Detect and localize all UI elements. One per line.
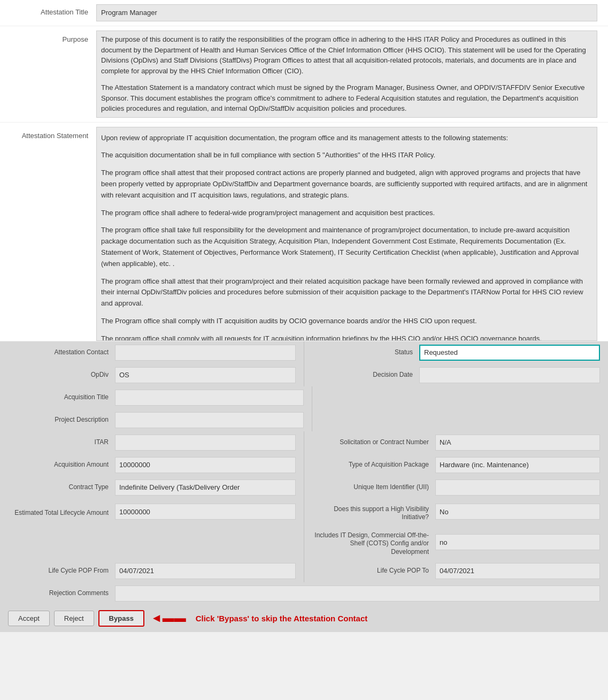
stmt-para-2: The acquisition documentation shall be i…	[101, 150, 592, 161]
opdiv-row: OpDiv	[0, 364, 304, 386]
project-description-label: Project Description	[8, 412, 115, 424]
attestation-title-row: Attestation Title Program Manager	[0, 0, 608, 26]
estimated-lifecycle-row: Estimated Total Lifecycle Amount	[0, 499, 304, 525]
purpose-row: Purpose The purpose of this document is …	[0, 26, 608, 123]
bottom-row-1: Attestation Contact Status	[0, 341, 608, 364]
solicitation-row: Solicitation or Contract Number	[304, 431, 608, 454]
contract-type-row: Contract Type	[0, 476, 304, 499]
bottom-row-3: Acquisition Title	[0, 386, 608, 409]
attestation-statement-row: Attestation Statement Upon review of app…	[0, 123, 608, 341]
contract-type-label: Contract Type	[8, 480, 115, 492]
attestation-title-value: Program Manager	[96, 4, 597, 21]
attestation-contact-input[interactable]	[115, 345, 296, 361]
type-acquisition-label: Type of Acquisition Package	[312, 457, 435, 469]
purpose-label: Purpose	[11, 31, 96, 44]
attestation-statement-box[interactable]: Upon review of appropriate IT acquisitio…	[96, 127, 597, 341]
lifecycle-from-label: Life Cycle POP From	[8, 563, 115, 575]
stmt-para-5: The program office shall take full respo…	[101, 225, 592, 269]
bypass-button[interactable]: Bypass	[98, 610, 144, 627]
bottom-row-2: OpDiv Decision Date	[0, 364, 608, 386]
decision-date-input[interactable]	[419, 367, 600, 383]
unique-item-label: Unique Item Identifier (UII)	[312, 480, 435, 492]
decision-date-label: Decision Date	[312, 367, 419, 379]
bottom-row-4: Project Description	[0, 409, 608, 431]
decision-date-row: Decision Date	[304, 364, 608, 386]
purpose-value: The purpose of this document is to ratif…	[96, 31, 597, 118]
rejection-comments-input[interactable]	[115, 585, 600, 602]
left-arrow-icon: ◄▬▬	[151, 611, 186, 625]
lifecycle-to-input[interactable]	[435, 563, 600, 579]
stmt-para-3: The program office shall attest that the…	[101, 168, 592, 201]
reject-button[interactable]: Reject	[54, 611, 94, 626]
bottom-row-7: Contract Type Unique Item Identifier (UI…	[0, 476, 608, 499]
purpose-para-1: The purpose of this document is to ratif…	[101, 34, 592, 76]
rejection-comments-label: Rejection Comments	[8, 585, 115, 598]
type-acquisition-row: Type of Acquisition Package	[304, 454, 608, 476]
lifecycle-from-input[interactable]	[115, 563, 296, 579]
type-acquisition-input[interactable]	[435, 457, 600, 473]
solicitation-input[interactable]	[435, 435, 600, 451]
unique-item-row: Unique Item Identifier (UII)	[304, 476, 608, 499]
acquisition-title-label: Acquisition Title	[8, 390, 115, 402]
unique-item-input[interactable]	[435, 480, 600, 496]
solicitation-label: Solicitation or Contract Number	[312, 435, 435, 447]
lifecycle-to-row: Life Cycle POP To	[304, 560, 608, 582]
high-visibility-label: Does this support a High Visibility Init…	[312, 502, 435, 522]
rejection-comments-row: Rejection Comments	[0, 582, 608, 605]
opdiv-input[interactable]	[115, 367, 296, 383]
empty-left-9	[0, 525, 304, 560]
attestation-statement-wrapper: Upon review of appropriate IT acquisitio…	[96, 127, 597, 341]
lifecycle-from-row: Life Cycle POP From	[0, 560, 304, 582]
attestation-contact-row: Attestation Contact	[0, 341, 304, 364]
top-section: Attestation Title Program Manager Purpos…	[0, 0, 608, 341]
acquisition-title-input[interactable]	[115, 390, 304, 406]
bottom-section: Attestation Contact Status OpDiv Decisio…	[0, 341, 608, 632]
acquisition-amount-input[interactable]	[115, 457, 296, 473]
acquisition-amount-label: Acquisition Amount	[8, 457, 115, 469]
itar-input[interactable]	[115, 435, 296, 451]
includes-it-row: Includes IT Design, Commercial Off-the-S…	[304, 525, 608, 560]
stmt-para-1: Upon review of appropriate IT acquisitio…	[101, 133, 592, 144]
high-visibility-row: Does this support a High Visibility Init…	[304, 499, 608, 525]
bypass-instruction: Click 'Bypass' to skip the Attestation C…	[196, 614, 368, 623]
estimated-lifecycle-label: Estimated Total Lifecycle Amount	[8, 506, 115, 518]
bottom-row-11: Rejection Comments	[0, 582, 608, 605]
purpose-para-2: The Attestation Statement is a mandatory…	[101, 82, 592, 114]
includes-it-input[interactable]	[435, 534, 600, 550]
bottom-row-9: Includes IT Design, Commercial Off-the-S…	[0, 525, 608, 560]
stmt-para-4: The program office shall adhere to feder…	[101, 208, 592, 219]
accept-button[interactable]: Accept	[8, 611, 50, 626]
bottom-row-10: Life Cycle POP From Life Cycle POP To	[0, 560, 608, 582]
stmt-para-8: The program office shall comply with all…	[101, 333, 592, 341]
attestation-title-label: Attestation Title	[11, 4, 96, 17]
itar-label: ITAR	[8, 435, 115, 447]
lifecycle-to-label: Life Cycle POP To	[312, 563, 435, 575]
empty-right-3	[312, 386, 608, 409]
bottom-row-6: Acquisition Amount Type of Acquisition P…	[0, 454, 608, 476]
status-input[interactable]	[419, 345, 600, 361]
empty-right-4	[312, 409, 608, 431]
action-row: Accept Reject Bypass ◄▬▬ Click 'Bypass' …	[0, 605, 608, 632]
attestation-contact-label: Attestation Contact	[8, 345, 115, 357]
high-visibility-input[interactable]	[435, 504, 600, 520]
includes-it-label: Includes IT Design, Commercial Off-the-S…	[312, 528, 435, 557]
opdiv-label: OpDiv	[8, 367, 115, 379]
project-description-row: Project Description	[0, 409, 312, 431]
itar-row: ITAR	[0, 431, 304, 454]
attestation-statement-label: Attestation Statement	[11, 127, 96, 141]
stmt-para-6: The program office shall attest that the…	[101, 276, 592, 309]
contract-type-input[interactable]	[115, 480, 296, 496]
acquisition-amount-row: Acquisition Amount	[0, 454, 304, 476]
acquisition-title-row: Acquisition Title	[0, 386, 312, 409]
project-description-input[interactable]	[115, 412, 304, 428]
status-label: Status	[312, 345, 419, 357]
main-container: Attestation Title Program Manager Purpos…	[0, 0, 608, 632]
estimated-lifecycle-input[interactable]	[115, 504, 296, 520]
bottom-row-5: ITAR Solicitation or Contract Number	[0, 431, 608, 454]
status-row: Status	[304, 341, 608, 364]
stmt-para-7: The Program office shall comply with IT …	[101, 316, 592, 327]
bottom-row-8: Estimated Total Lifecycle Amount Does th…	[0, 499, 608, 525]
